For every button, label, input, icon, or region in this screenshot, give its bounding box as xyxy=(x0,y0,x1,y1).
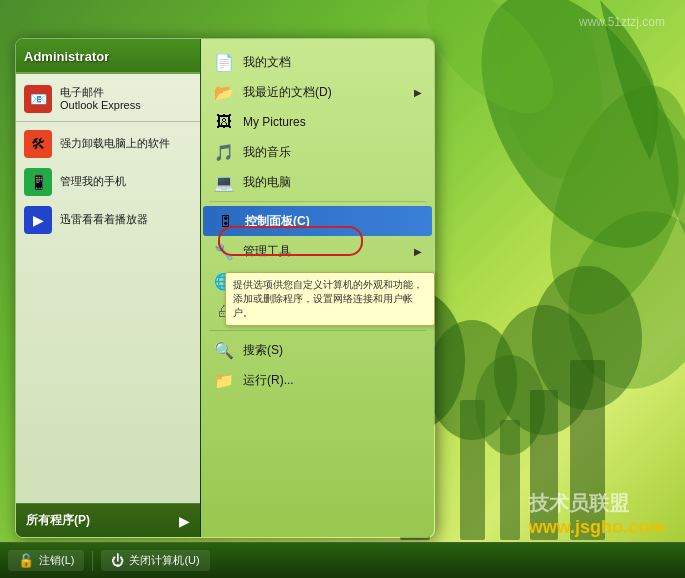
right-divider-1 xyxy=(209,201,426,202)
recent-docs-icon: 📂 xyxy=(213,81,235,103)
my-pictures-icon: 🖼 xyxy=(213,111,235,133)
control-panel-icon: 🎛 xyxy=(215,210,237,232)
right-item-my-music[interactable]: 🎵 我的音乐 xyxy=(201,137,434,167)
my-computer-label: 我的电脑 xyxy=(243,174,291,191)
uninstall-label: 强力卸载电脑上的软件 xyxy=(60,137,170,150)
recent-docs-label: 我最近的文档(D) xyxy=(243,84,332,101)
right-item-my-pictures[interactable]: 🖼 My Pictures xyxy=(201,107,434,137)
email-icon: 📧 xyxy=(24,85,52,113)
right-item-search[interactable]: 🔍 搜索(S) xyxy=(201,335,434,365)
my-music-label: 我的音乐 xyxy=(243,144,291,161)
run-label: 运行(R)... xyxy=(243,372,294,389)
app-item-player[interactable]: ▶ 迅雷看看着播放器 xyxy=(16,201,200,239)
shutdown-label: 关闭计算机(U) xyxy=(129,553,199,568)
taskbar: 🔓 注销(L) ⏻ 关闭计算机(U) xyxy=(0,542,685,578)
phone-icon: 📱 xyxy=(24,168,52,196)
control-panel-label: 控制面板(C) xyxy=(245,213,310,230)
right-item-my-docs[interactable]: 📄 我的文档 xyxy=(201,47,434,77)
search-icon: 🔍 xyxy=(213,339,235,361)
uninstall-icon: 🛠 xyxy=(24,130,52,158)
username-label: Administrator xyxy=(24,49,192,64)
my-music-icon: 🎵 xyxy=(213,141,235,163)
right-item-run[interactable]: 📁 运行(R)... xyxy=(201,365,434,395)
manage-tools-icon: 🔧 xyxy=(213,240,235,262)
my-docs-icon: 📄 xyxy=(213,51,235,73)
all-programs-label: 所有程序(P) xyxy=(26,512,90,529)
right-item-manage-tools[interactable]: 🔧 管理工具 ▶ xyxy=(201,236,434,266)
taskbar-separator xyxy=(92,551,93,571)
manage-tools-label: 管理工具 xyxy=(243,243,291,260)
tooltip-text: 提供选项供您自定义计算机的外观和功能，添加或删除程序，设置网络连接和用户帐户。 xyxy=(233,279,423,318)
all-programs-button[interactable]: 所有程序(P) ▶ xyxy=(16,503,200,537)
user-header: Administrator xyxy=(16,39,200,74)
player-label: 迅雷看看着播放器 xyxy=(60,213,148,226)
right-divider-2 xyxy=(209,330,426,331)
right-item-my-computer[interactable]: 💻 我的电脑 xyxy=(201,167,434,197)
pinned-apps-list: 📧 电子邮件 Outlook Express 🛠 强力卸载电脑上的软件 📱 管理… xyxy=(16,74,200,503)
apps-divider xyxy=(16,121,200,122)
watermark-top: www.51ztzj.com xyxy=(579,15,665,29)
right-item-recent-docs[interactable]: 📂 我最近的文档(D) ▶ xyxy=(201,77,434,107)
logout-label: 注销(L) xyxy=(39,553,74,568)
control-panel-tooltip: 提供选项供您自定义计算机的外观和功能，添加或删除程序，设置网络连接和用户帐户。 xyxy=(225,272,435,326)
my-docs-label: 我的文档 xyxy=(243,54,291,71)
app-item-email[interactable]: 📧 电子邮件 Outlook Express xyxy=(16,80,200,118)
taskbar-shutdown-button[interactable]: ⏻ 关闭计算机(U) xyxy=(101,550,209,571)
recent-docs-arrow: ▶ xyxy=(414,87,422,98)
manage-tools-arrow: ▶ xyxy=(414,246,422,257)
search-label: 搜索(S) xyxy=(243,342,283,359)
watermark-bottom-right: 技术员联盟 www.jsgho.com xyxy=(529,490,665,538)
email-label: 电子邮件 Outlook Express xyxy=(60,86,141,112)
all-programs-arrow-icon: ▶ xyxy=(179,513,190,529)
app-item-uninstall[interactable]: 🛠 强力卸载电脑上的软件 xyxy=(16,125,200,163)
logout-icon: 🔓 xyxy=(18,553,34,568)
shutdown-icon: ⏻ xyxy=(111,553,124,568)
phone-label: 管理我的手机 xyxy=(60,175,126,188)
app-item-phone[interactable]: 📱 管理我的手机 xyxy=(16,163,200,201)
right-item-control-panel[interactable]: 🎛 控制面板(C) xyxy=(203,206,432,236)
my-computer-icon: 💻 xyxy=(213,171,235,193)
taskbar-logout-button[interactable]: 🔓 注销(L) xyxy=(8,550,84,571)
my-pictures-label: My Pictures xyxy=(243,115,306,129)
run-icon: 📁 xyxy=(213,369,235,391)
start-menu-left-panel: Administrator 📧 电子邮件 Outlook Express 🛠 强… xyxy=(16,39,201,537)
player-icon: ▶ xyxy=(24,206,52,234)
